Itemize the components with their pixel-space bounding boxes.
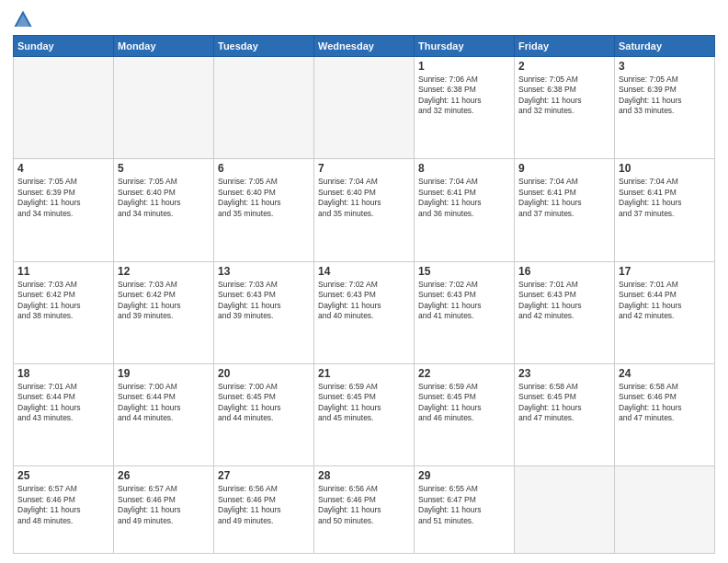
calendar-cell: 10Sunrise: 7:04 AM Sunset: 6:41 PM Dayli…: [615, 159, 715, 261]
cell-info: Sunrise: 7:03 AM Sunset: 6:43 PM Dayligh…: [218, 280, 310, 322]
cell-date: 17: [619, 265, 711, 278]
calendar-cell: 29Sunrise: 6:55 AM Sunset: 6:47 PM Dayli…: [415, 466, 515, 554]
cell-info: Sunrise: 7:04 AM Sunset: 6:41 PM Dayligh…: [518, 177, 610, 219]
calendar-cell: 25Sunrise: 6:57 AM Sunset: 6:46 PM Dayli…: [14, 466, 114, 554]
calendar-cell: 15Sunrise: 7:02 AM Sunset: 6:43 PM Dayli…: [415, 261, 515, 363]
cell-info: Sunrise: 7:00 AM Sunset: 6:44 PM Dayligh…: [118, 382, 210, 424]
cell-info: Sunrise: 6:56 AM Sunset: 6:46 PM Dayligh…: [218, 484, 310, 526]
calendar-cell: [114, 57, 214, 159]
calendar-cell: 4Sunrise: 7:05 AM Sunset: 6:39 PM Daylig…: [14, 159, 114, 261]
cell-info: Sunrise: 7:02 AM Sunset: 6:43 PM Dayligh…: [318, 280, 410, 322]
calendar-cell: [14, 57, 114, 159]
cell-info: Sunrise: 7:04 AM Sunset: 6:41 PM Dayligh…: [418, 177, 510, 219]
cell-info: Sunrise: 6:57 AM Sunset: 6:46 PM Dayligh…: [118, 484, 210, 526]
calendar-cell: 26Sunrise: 6:57 AM Sunset: 6:46 PM Dayli…: [114, 466, 214, 554]
cell-info: Sunrise: 7:03 AM Sunset: 6:42 PM Dayligh…: [118, 280, 210, 322]
cell-info: Sunrise: 6:59 AM Sunset: 6:45 PM Dayligh…: [318, 382, 410, 424]
header: [13, 9, 715, 29]
calendar-day-header: Thursday: [415, 36, 515, 57]
calendar-cell: [314, 57, 415, 159]
cell-info: Sunrise: 7:01 AM Sunset: 6:43 PM Dayligh…: [518, 280, 610, 322]
calendar-cell: [515, 466, 615, 554]
cell-date: 23: [518, 367, 610, 380]
calendar-table: SundayMondayTuesdayWednesdayThursdayFrid…: [13, 35, 715, 554]
cell-date: 26: [118, 469, 210, 482]
cell-date: 21: [318, 367, 410, 380]
calendar-cell: 27Sunrise: 6:56 AM Sunset: 6:46 PM Dayli…: [214, 466, 314, 554]
cell-info: Sunrise: 7:05 AM Sunset: 6:40 PM Dayligh…: [118, 177, 210, 219]
calendar-cell: 21Sunrise: 6:59 AM Sunset: 6:45 PM Dayli…: [314, 363, 415, 465]
cell-date: 25: [17, 469, 109, 482]
calendar-cell: 7Sunrise: 7:04 AM Sunset: 6:40 PM Daylig…: [314, 159, 415, 261]
cell-date: 7: [318, 162, 410, 175]
cell-date: 10: [619, 162, 711, 175]
calendar-day-header: Sunday: [14, 36, 114, 57]
logo-icon: [13, 9, 33, 29]
cell-date: 11: [17, 265, 109, 278]
cell-date: 28: [318, 469, 410, 482]
calendar-cell: 11Sunrise: 7:03 AM Sunset: 6:42 PM Dayli…: [14, 261, 114, 363]
calendar-day-header: Friday: [515, 36, 615, 57]
cell-date: 20: [218, 367, 310, 380]
calendar-cell: [214, 57, 314, 159]
cell-date: 18: [17, 367, 109, 380]
cell-info: Sunrise: 6:58 AM Sunset: 6:45 PM Dayligh…: [518, 382, 610, 424]
calendar-cell: 8Sunrise: 7:04 AM Sunset: 6:41 PM Daylig…: [415, 159, 515, 261]
cell-date: 16: [518, 265, 610, 278]
cell-info: Sunrise: 7:01 AM Sunset: 6:44 PM Dayligh…: [17, 382, 109, 424]
calendar-day-header: Tuesday: [214, 36, 314, 57]
calendar-cell: 9Sunrise: 7:04 AM Sunset: 6:41 PM Daylig…: [515, 159, 615, 261]
calendar-cell: 14Sunrise: 7:02 AM Sunset: 6:43 PM Dayli…: [314, 261, 415, 363]
calendar-cell: 17Sunrise: 7:01 AM Sunset: 6:44 PM Dayli…: [615, 261, 715, 363]
cell-info: Sunrise: 6:56 AM Sunset: 6:46 PM Dayligh…: [318, 484, 410, 526]
cell-date: 4: [17, 162, 109, 175]
cell-info: Sunrise: 7:02 AM Sunset: 6:43 PM Dayligh…: [418, 280, 510, 322]
cell-date: 9: [518, 162, 610, 175]
calendar-day-header: Wednesday: [314, 36, 415, 57]
calendar-cell: 20Sunrise: 7:00 AM Sunset: 6:45 PM Dayli…: [214, 363, 314, 465]
cell-info: Sunrise: 7:05 AM Sunset: 6:39 PM Dayligh…: [619, 75, 711, 117]
calendar-week-row: 18Sunrise: 7:01 AM Sunset: 6:44 PM Dayli…: [14, 363, 715, 465]
cell-date: 22: [418, 367, 510, 380]
cell-date: 12: [118, 265, 210, 278]
cell-date: 29: [418, 469, 510, 482]
calendar-week-row: 1Sunrise: 7:06 AM Sunset: 6:38 PM Daylig…: [14, 57, 715, 159]
cell-info: Sunrise: 6:59 AM Sunset: 6:45 PM Dayligh…: [418, 382, 510, 424]
cell-date: 19: [118, 367, 210, 380]
cell-info: Sunrise: 7:04 AM Sunset: 6:40 PM Dayligh…: [318, 177, 410, 219]
cell-info: Sunrise: 7:05 AM Sunset: 6:38 PM Dayligh…: [518, 75, 610, 117]
calendar-cell: 24Sunrise: 6:58 AM Sunset: 6:46 PM Dayli…: [615, 363, 715, 465]
calendar-week-row: 11Sunrise: 7:03 AM Sunset: 6:42 PM Dayli…: [14, 261, 715, 363]
cell-info: Sunrise: 6:58 AM Sunset: 6:46 PM Dayligh…: [619, 382, 711, 424]
calendar-day-header: Monday: [114, 36, 214, 57]
calendar-cell: 16Sunrise: 7:01 AM Sunset: 6:43 PM Dayli…: [515, 261, 615, 363]
cell-date: 2: [518, 60, 610, 73]
cell-info: Sunrise: 7:05 AM Sunset: 6:40 PM Dayligh…: [218, 177, 310, 219]
calendar-cell: 12Sunrise: 7:03 AM Sunset: 6:42 PM Dayli…: [114, 261, 214, 363]
cell-info: Sunrise: 7:00 AM Sunset: 6:45 PM Dayligh…: [218, 382, 310, 424]
cell-date: 14: [318, 265, 410, 278]
calendar-cell: 18Sunrise: 7:01 AM Sunset: 6:44 PM Dayli…: [14, 363, 114, 465]
cell-info: Sunrise: 6:55 AM Sunset: 6:47 PM Dayligh…: [418, 484, 510, 526]
cell-date: 13: [218, 265, 310, 278]
calendar-week-row: 4Sunrise: 7:05 AM Sunset: 6:39 PM Daylig…: [14, 159, 715, 261]
calendar-cell: 23Sunrise: 6:58 AM Sunset: 6:45 PM Dayli…: [515, 363, 615, 465]
cell-info: Sunrise: 7:04 AM Sunset: 6:41 PM Dayligh…: [619, 177, 711, 219]
calendar-cell: 28Sunrise: 6:56 AM Sunset: 6:46 PM Dayli…: [314, 466, 415, 554]
calendar-cell: 22Sunrise: 6:59 AM Sunset: 6:45 PM Dayli…: [415, 363, 515, 465]
page: SundayMondayTuesdayWednesdayThursdayFrid…: [0, 0, 728, 563]
calendar-cell: 2Sunrise: 7:05 AM Sunset: 6:38 PM Daylig…: [515, 57, 615, 159]
cell-info: Sunrise: 7:05 AM Sunset: 6:39 PM Dayligh…: [17, 177, 109, 219]
cell-date: 15: [418, 265, 510, 278]
cell-info: Sunrise: 7:01 AM Sunset: 6:44 PM Dayligh…: [619, 280, 711, 322]
cell-info: Sunrise: 6:57 AM Sunset: 6:46 PM Dayligh…: [17, 484, 109, 526]
cell-date: 1: [418, 60, 510, 73]
logo: [13, 9, 37, 29]
calendar-day-header: Saturday: [615, 36, 715, 57]
calendar-cell: 5Sunrise: 7:05 AM Sunset: 6:40 PM Daylig…: [114, 159, 214, 261]
cell-date: 27: [218, 469, 310, 482]
calendar-cell: 1Sunrise: 7:06 AM Sunset: 6:38 PM Daylig…: [415, 57, 515, 159]
cell-info: Sunrise: 7:06 AM Sunset: 6:38 PM Dayligh…: [418, 75, 510, 117]
cell-date: 3: [619, 60, 711, 73]
cell-date: 6: [218, 162, 310, 175]
